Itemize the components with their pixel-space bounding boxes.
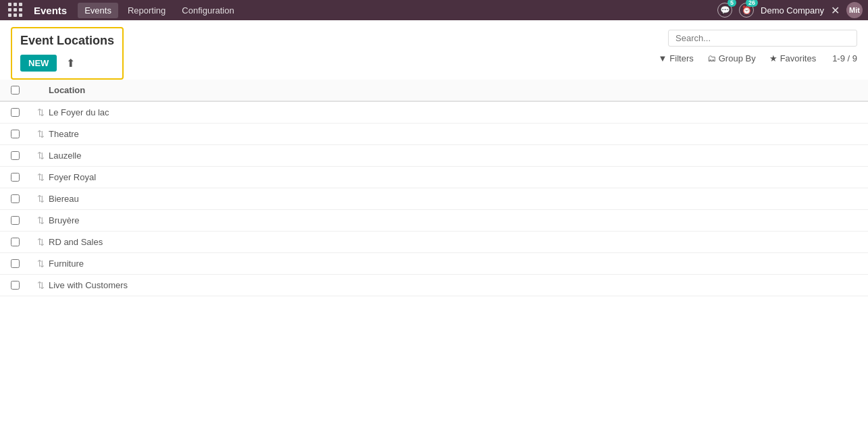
new-button[interactable]: NEW (20, 55, 57, 72)
topnav: Events Events Reporting Configuration 💬 … (0, 0, 868, 20)
location-name: Foyer Royal (49, 172, 857, 182)
select-all-checkbox[interactable] (11, 86, 20, 94)
right-controls: ▼ Filters 🗂 Group By ★ Favorites 1-9 / 9 (124, 27, 857, 72)
table-row[interactable]: ⇅ Le Foyer du lac (0, 102, 868, 124)
row-checkbox-col (11, 130, 32, 138)
drag-handle[interactable]: ⇅ (32, 237, 49, 247)
filters-button[interactable]: ▼ Filters (653, 51, 698, 66)
topnav-menu-reporting[interactable]: Reporting (121, 3, 172, 18)
row-checkbox-col (11, 238, 32, 246)
page-wrapper: Event Locations NEW ⬆ ▼ Filters 🗂 Group … (0, 20, 868, 432)
row-checkbox[interactable] (11, 281, 20, 290)
groupby-button[interactable]: 🗂 Group By (702, 51, 761, 66)
location-name: Lauzelle (49, 151, 857, 161)
drag-handle[interactable]: ⇅ (32, 107, 49, 117)
topnav-menu-events[interactable]: Events (78, 3, 118, 18)
table-row[interactable]: ⇅ Biereau (0, 188, 868, 210)
upload-button[interactable]: ⬆ (61, 53, 80, 73)
location-name: Live with Customers (49, 280, 857, 290)
row-checkbox-col (11, 194, 32, 203)
table-row[interactable]: ⇅ Lauzelle (0, 145, 868, 167)
location-name: Theatre (49, 129, 857, 139)
row-checkbox-col (11, 108, 32, 117)
apps-menu-button[interactable] (5, 0, 26, 20)
filter-controls: ▼ Filters 🗂 Group By ★ Favorites 1-9 / 9 (653, 51, 857, 66)
header-location: Location (49, 85, 857, 95)
row-checkbox[interactable] (11, 194, 20, 203)
row-checkbox[interactable] (11, 216, 20, 225)
favorites-label: Favorites (780, 53, 816, 63)
table-row[interactable]: ⇅ RD and Sales (0, 232, 868, 253)
topnav-right: 💬 5 ⏰ 26 Demo Company ✕ Mit (717, 2, 863, 18)
messages-count-badge: 5 (727, 0, 736, 7)
row-checkbox-col (11, 259, 32, 268)
brand-label: Events (34, 5, 67, 16)
page-header-row: Event Locations NEW ⬆ ▼ Filters 🗂 Group … (0, 20, 868, 80)
drag-handle[interactable]: ⇅ (32, 172, 49, 182)
table-row[interactable]: ⇅ Theatre (0, 124, 868, 145)
location-name: Biereau (49, 194, 857, 204)
groupby-icon: 🗂 (707, 53, 716, 63)
favorites-icon: ★ (769, 53, 777, 63)
activities-count-badge: 26 (746, 0, 758, 7)
table-row[interactable]: ⇅ Foyer Royal (0, 167, 868, 188)
row-checkbox[interactable] (11, 259, 20, 268)
user-avatar[interactable]: Mit (846, 2, 863, 18)
drag-handle[interactable]: ⇅ (32, 129, 49, 139)
table-row[interactable]: ⇅ Bruyère (0, 210, 868, 232)
pagination: 1-9 / 9 (832, 53, 857, 63)
row-checkbox[interactable] (11, 238, 20, 246)
table-container: Location ⇅ Le Foyer du lac ⇅ Theatre (0, 80, 868, 296)
drag-handle[interactable]: ⇅ (32, 151, 49, 161)
filter-icon: ▼ (658, 53, 667, 63)
search-input[interactable] (668, 30, 857, 47)
row-checkbox[interactable] (11, 173, 20, 182)
row-checkbox[interactable] (11, 108, 20, 117)
page-header-left: Event Locations NEW ⬆ (11, 27, 124, 80)
location-name: Furniture (49, 259, 857, 269)
location-name: Bruyère (49, 215, 857, 225)
row-checkbox[interactable] (11, 130, 20, 138)
header-checkbox-col (11, 86, 32, 94)
page-title: Event Locations (20, 34, 114, 48)
row-checkbox-col (11, 216, 32, 225)
location-name: RD and Sales (49, 237, 857, 247)
row-checkbox-col (11, 173, 32, 182)
header-actions: NEW ⬆ (20, 53, 114, 73)
favorites-button[interactable]: ★ Favorites (764, 51, 821, 66)
table-rows: ⇅ Le Foyer du lac ⇅ Theatre ⇅ Lauzelle (0, 102, 868, 296)
messages-button[interactable]: 💬 5 (717, 3, 732, 18)
company-name[interactable]: Demo Company (761, 5, 824, 16)
location-name: Le Foyer du lac (49, 107, 857, 117)
drag-handle[interactable]: ⇅ (32, 280, 49, 290)
topnav-menu: Events Reporting Configuration (78, 3, 715, 18)
table-row[interactable]: ⇅ Live with Customers (0, 275, 868, 296)
row-checkbox[interactable] (11, 151, 20, 160)
table-header: Location (0, 80, 868, 102)
drag-handle[interactable]: ⇅ (32, 215, 49, 225)
activities-button[interactable]: ⏰ 26 (739, 3, 754, 18)
filters-label: Filters (669, 53, 693, 63)
row-checkbox-col (11, 151, 32, 160)
drag-handle[interactable]: ⇅ (32, 194, 49, 204)
groupby-label: Group By (719, 53, 756, 63)
row-checkbox-col (11, 281, 32, 290)
table-row[interactable]: ⇅ Furniture (0, 253, 868, 275)
drag-handle[interactable]: ⇅ (32, 259, 49, 269)
settings-icon[interactable]: ✕ (831, 4, 840, 17)
topnav-menu-configuration[interactable]: Configuration (175, 3, 240, 18)
